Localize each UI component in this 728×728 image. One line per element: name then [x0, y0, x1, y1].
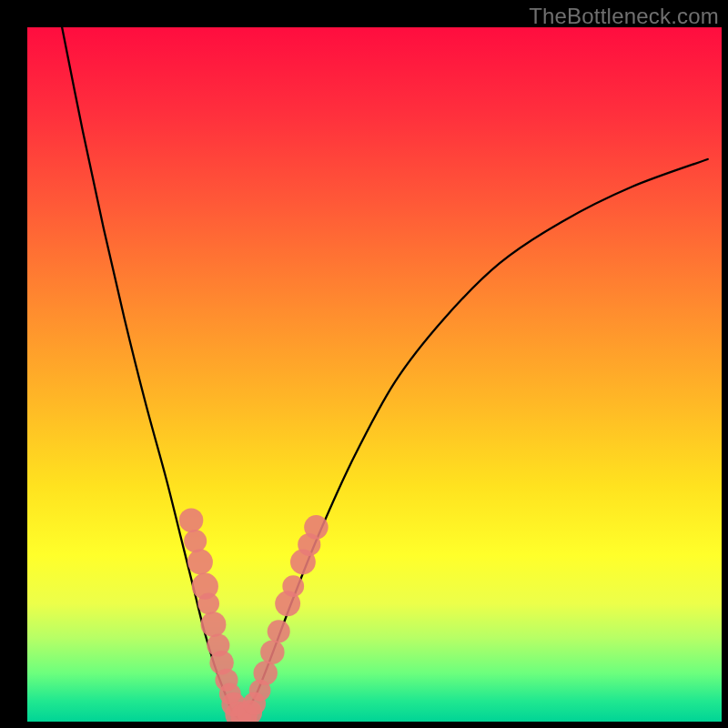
- curve-svg: [27, 27, 722, 722]
- curve-marker: [197, 592, 219, 614]
- curve-marker: [187, 550, 213, 575]
- curve-marker: [184, 530, 207, 552]
- curve-marker: [201, 612, 227, 637]
- chart-frame: TheBottleneck.com: [0, 0, 728, 728]
- curve-marker: [260, 640, 284, 663]
- curve-marker: [253, 661, 277, 684]
- curve-marker: [268, 620, 290, 642]
- curve-markers: [179, 508, 329, 722]
- watermark-text: TheBottleneck.com: [529, 4, 719, 29]
- curve-marker: [282, 575, 304, 597]
- bottleneck-curve: [62, 27, 708, 718]
- curve-marker: [304, 515, 328, 539]
- plot-area: [27, 27, 722, 722]
- curve-marker: [179, 508, 203, 531]
